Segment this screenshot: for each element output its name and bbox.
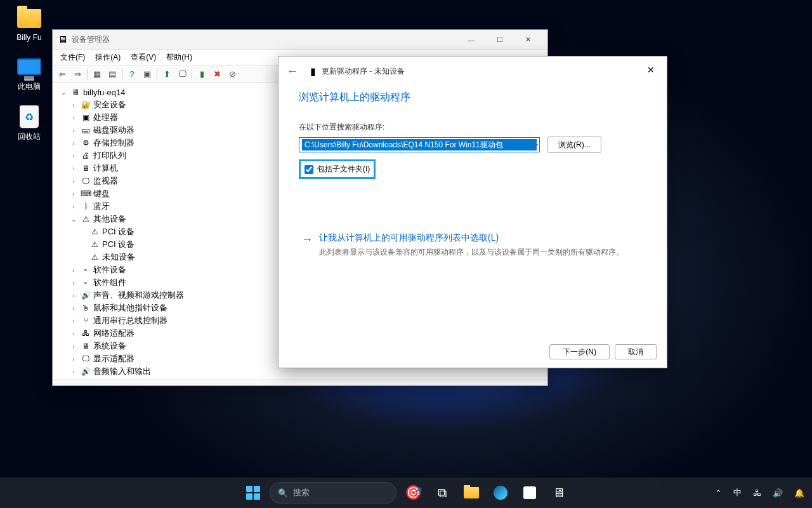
pick-list-title: 让我从计算机上的可用驱动程序列表中选取(L) [319, 232, 624, 244]
scan-hardware-icon[interactable]: 🖵 [175, 67, 189, 81]
keyboard-icon: ⌨ [81, 189, 91, 199]
include-subfolders-input[interactable] [304, 165, 313, 174]
warning-icon: ⚠ [89, 252, 100, 262]
action-icon[interactable]: ▣ [140, 67, 154, 81]
uninstall-device-icon[interactable]: ✖ [210, 67, 224, 81]
taskbar-explorer[interactable] [459, 480, 484, 505]
copilot-icon: 🎯 [405, 485, 422, 501]
warning-icon: ⚠ [89, 239, 100, 250]
driver-path-combo[interactable]: ▾ [299, 137, 540, 152]
ime-indicator[interactable]: 中 [731, 485, 744, 501]
taskbar-search[interactable]: 🔍 搜索 [270, 482, 396, 504]
update-driver-icon[interactable]: ⬆ [160, 67, 174, 81]
help-icon[interactable]: ? [125, 67, 139, 81]
usb-icon: ⑂ [81, 316, 91, 326]
wizard-title: 更新驱动程序 - 未知设备 [322, 66, 405, 77]
app-icon: 🖥 [58, 35, 68, 45]
menu-view[interactable]: 查看(V) [126, 50, 161, 65]
sound-icon: 🔊 [81, 290, 91, 300]
cpu-icon: ▣ [81, 112, 91, 123]
wizard-heading: 浏览计算机上的驱动程序 [299, 91, 646, 104]
printer-icon: 🖨 [81, 150, 91, 161]
recycle-bin-icon [16, 104, 43, 130]
taskbar-copilot[interactable]: 🎯 [400, 480, 426, 505]
component-icon: ▫ [81, 277, 91, 288]
desktop-icon-this-pc[interactable]: 此电脑 [8, 53, 51, 92]
monitor-icon: 🖵 [81, 176, 91, 186]
explorer-icon [464, 487, 479, 498]
taskbar-store[interactable]: 🛍 [517, 480, 542, 505]
device-icon: ▮ [308, 66, 318, 76]
computer-icon: 🖥 [70, 87, 81, 97]
menu-action[interactable]: 操作(A) [90, 50, 126, 65]
pc-icon [16, 53, 43, 80]
driver-path-input[interactable] [302, 139, 537, 150]
menu-file[interactable]: 文件(F) [55, 50, 90, 65]
include-subfolders-label: 包括子文件夹(I) [317, 164, 370, 175]
computer-icon: 🖥 [81, 163, 91, 173]
volume-icon[interactable]: 🔊 [770, 486, 785, 500]
system-icon: 🖥 [81, 341, 91, 351]
bluetooth-icon: ᛒ [81, 201, 91, 211]
minimize-button[interactable]: — [457, 31, 485, 49]
search-placeholder: 搜索 [293, 487, 310, 498]
network-icon: 🖧 [81, 328, 91, 338]
wizard-header: ← ▮ 更新驱动程序 - 未知设备 ✕ [278, 57, 667, 86]
taskbar-center: 🔍 搜索 🎯 ⧉ 🛍 🖥 [240, 480, 572, 505]
storage-icon: ⚙ [81, 138, 91, 148]
warning-icon: ⚠ [89, 227, 100, 237]
disable-device-icon[interactable]: ⊘ [225, 67, 239, 81]
pick-from-list-option[interactable]: → 让我从计算机上的可用驱动程序列表中选取(L) 此列表将显示与该设备兼容的可用… [299, 229, 646, 262]
nav-back-icon[interactable]: ⇐ [55, 67, 69, 81]
window-title: 设备管理器 [72, 34, 457, 45]
taskbar-devmgr[interactable]: 🖥 [546, 480, 572, 505]
disk-icon: 🖴 [81, 125, 91, 135]
display-icon: 🖵 [81, 354, 91, 364]
desktop-icons: Billy Fu 此电脑 回收站 [8, 5, 51, 142]
show-hide-tree-icon[interactable]: ▦ [90, 67, 104, 81]
wizard-footer: 下一步(N) 取消 [278, 336, 667, 368]
desktop-icon-label: 此电脑 [18, 81, 41, 92]
taskbar: 🔍 搜索 🎯 ⧉ 🛍 🖥 ⌃ 中 🖧 🔊 🔔 [0, 478, 812, 508]
nav-forward-icon[interactable]: ⇒ [70, 67, 84, 81]
arrow-right-icon: → [301, 234, 313, 258]
notifications-icon[interactable]: 🔔 [792, 486, 807, 500]
close-button[interactable]: ✕ [639, 60, 663, 79]
driver-update-wizard: ← ▮ 更新驱动程序 - 未知设备 ✕ 浏览计算机上的驱动程序 在以下位置搜索驱… [278, 56, 667, 368]
security-icon: 🔐 [81, 100, 91, 110]
network-icon[interactable]: 🖧 [750, 486, 764, 500]
back-button[interactable]: ← [285, 64, 300, 79]
taskview-icon: ⧉ [438, 486, 447, 500]
chevron-down-icon[interactable]: ▾ [535, 142, 538, 149]
enable-device-icon[interactable]: ▮ [195, 67, 209, 81]
titlebar[interactable]: 🖥 设备管理器 — ☐ ✕ [53, 30, 547, 50]
browse-button[interactable]: 浏览(R)... [547, 137, 601, 153]
cancel-button[interactable]: 取消 [615, 344, 657, 359]
taskbar-taskview[interactable]: ⧉ [429, 480, 455, 505]
mouse-icon: 🖱 [81, 303, 91, 313]
include-subfolders-checkbox[interactable]: 包括子文件夹(I) [299, 159, 376, 179]
system-tray: ⌃ 中 🖧 🔊 🔔 [712, 485, 807, 501]
audio-icon: 🔊 [81, 366, 91, 377]
desktop-icon-user-folder[interactable]: Billy Fu [8, 5, 51, 42]
desktop-icon-label: Billy Fu [16, 33, 41, 42]
menu-help[interactable]: 帮助(H) [161, 50, 197, 65]
taskbar-edge[interactable] [488, 480, 513, 505]
search-icon: 🔍 [278, 488, 288, 498]
pick-list-description: 此列表将显示与该设备兼容的可用驱动程序，以及与该设备属于同一类别的所有驱动程序。 [319, 246, 624, 258]
next-button[interactable]: 下一步(N) [549, 344, 610, 359]
tray-chevron-up-icon[interactable]: ⌃ [712, 486, 724, 500]
status-bar [53, 379, 547, 385]
desktop-icon-recycle-bin[interactable]: 回收站 [8, 104, 51, 142]
maximize-button[interactable]: ☐ [485, 31, 514, 49]
warning-icon: ⚠ [81, 214, 91, 224]
properties-icon[interactable]: ▤ [105, 67, 119, 81]
store-icon: 🛍 [523, 486, 536, 499]
wizard-body: 浏览计算机上的驱动程序 在以下位置搜索驱动程序: ▾ 浏览(R)... 包括子文… [278, 86, 667, 336]
devmgr-icon: 🖥 [553, 486, 565, 500]
close-button[interactable]: ✕ [514, 31, 542, 49]
windows-icon [246, 486, 260, 500]
start-button[interactable] [240, 480, 266, 505]
desktop-icon-label: 回收站 [18, 131, 41, 142]
search-location-label: 在以下位置搜索驱动程序: [299, 122, 646, 133]
